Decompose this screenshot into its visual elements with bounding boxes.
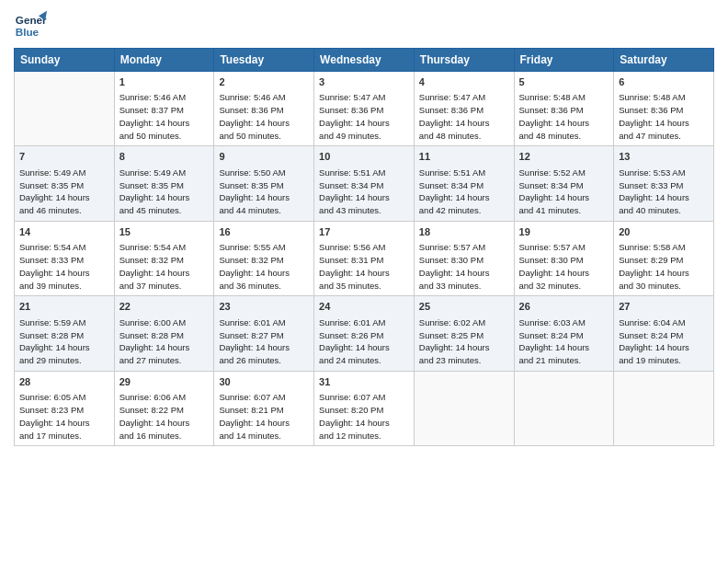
day-info: Sunrise: 5:46 AMSunset: 8:37 PMDaylight:… xyxy=(119,91,210,142)
calendar-cell: 11Sunrise: 5:51 AMSunset: 8:34 PMDayligh… xyxy=(414,146,514,221)
day-info: Sunrise: 5:47 AMSunset: 8:36 PMDaylight:… xyxy=(319,91,409,142)
day-info: Sunrise: 5:51 AMSunset: 8:34 PMDaylight:… xyxy=(319,167,409,217)
day-number: 4 xyxy=(419,75,509,89)
column-header-tuesday: Tuesday xyxy=(214,49,314,72)
calendar-cell: 12Sunrise: 5:52 AMSunset: 8:34 PMDayligh… xyxy=(514,146,614,221)
day-info: Sunrise: 5:57 AMSunset: 8:30 PMDaylight:… xyxy=(519,241,609,292)
day-number: 24 xyxy=(319,300,409,314)
svg-text:Blue: Blue xyxy=(16,26,40,38)
calendar-week-row: 7Sunrise: 5:49 AMSunset: 8:35 PMDaylight… xyxy=(15,146,714,221)
column-header-saturday: Saturday xyxy=(614,49,714,72)
day-info: Sunrise: 5:52 AMSunset: 8:34 PMDaylight:… xyxy=(519,167,609,217)
day-info: Sunrise: 5:57 AMSunset: 8:30 PMDaylight:… xyxy=(419,241,509,292)
column-header-friday: Friday xyxy=(514,49,614,72)
calendar-cell: 16Sunrise: 5:55 AMSunset: 8:32 PMDayligh… xyxy=(214,221,314,295)
calendar-cell: 7Sunrise: 5:49 AMSunset: 8:35 PMDaylight… xyxy=(15,146,115,221)
day-info: Sunrise: 5:49 AMSunset: 8:35 PMDaylight:… xyxy=(19,167,109,217)
logo: General Blue xyxy=(14,9,47,42)
calendar-cell: 28Sunrise: 6:05 AMSunset: 8:23 PMDayligh… xyxy=(15,371,115,445)
day-number: 5 xyxy=(519,75,609,89)
column-header-monday: Monday xyxy=(114,49,214,72)
day-number: 10 xyxy=(319,150,409,164)
day-info: Sunrise: 5:56 AMSunset: 8:31 PMDaylight:… xyxy=(319,241,409,292)
day-number: 20 xyxy=(619,225,709,239)
calendar-cell xyxy=(414,371,514,445)
calendar-cell: 2Sunrise: 5:46 AMSunset: 8:36 PMDaylight… xyxy=(214,72,314,146)
calendar-cell: 13Sunrise: 5:53 AMSunset: 8:33 PMDayligh… xyxy=(614,146,714,221)
calendar-cell: 22Sunrise: 6:00 AMSunset: 8:28 PMDayligh… xyxy=(114,296,214,371)
day-info: Sunrise: 6:06 AMSunset: 8:22 PMDaylight:… xyxy=(119,391,210,442)
column-header-thursday: Thursday xyxy=(414,49,514,72)
day-number: 3 xyxy=(319,75,409,89)
day-info: Sunrise: 5:55 AMSunset: 8:32 PMDaylight:… xyxy=(219,241,309,292)
day-number: 26 xyxy=(519,300,609,314)
calendar-cell: 10Sunrise: 5:51 AMSunset: 8:34 PMDayligh… xyxy=(314,146,415,221)
day-number: 22 xyxy=(119,300,210,314)
calendar-cell: 26Sunrise: 6:03 AMSunset: 8:24 PMDayligh… xyxy=(514,296,614,371)
calendar-cell: 19Sunrise: 5:57 AMSunset: 8:30 PMDayligh… xyxy=(514,221,614,295)
day-info: Sunrise: 6:00 AMSunset: 8:28 PMDaylight:… xyxy=(119,316,210,367)
day-number: 31 xyxy=(319,375,409,389)
day-number: 30 xyxy=(219,375,309,389)
calendar-cell xyxy=(614,371,714,445)
day-number: 28 xyxy=(19,375,109,389)
day-info: Sunrise: 5:50 AMSunset: 8:35 PMDaylight:… xyxy=(219,167,309,217)
day-info: Sunrise: 6:07 AMSunset: 8:21 PMDaylight:… xyxy=(219,391,309,442)
calendar-cell: 25Sunrise: 6:02 AMSunset: 8:25 PMDayligh… xyxy=(414,296,514,371)
day-info: Sunrise: 5:51 AMSunset: 8:34 PMDaylight:… xyxy=(419,167,509,217)
day-info: Sunrise: 6:01 AMSunset: 8:26 PMDaylight:… xyxy=(319,316,409,367)
calendar-cell: 1Sunrise: 5:46 AMSunset: 8:37 PMDaylight… xyxy=(114,72,214,146)
calendar-cell: 9Sunrise: 5:50 AMSunset: 8:35 PMDaylight… xyxy=(214,146,314,221)
day-number: 17 xyxy=(319,225,409,239)
calendar-week-row: 14Sunrise: 5:54 AMSunset: 8:33 PMDayligh… xyxy=(15,221,714,295)
day-number: 9 xyxy=(219,150,309,164)
day-info: Sunrise: 5:54 AMSunset: 8:33 PMDaylight:… xyxy=(19,241,109,292)
day-number: 18 xyxy=(419,225,509,239)
calendar-week-row: 28Sunrise: 6:05 AMSunset: 8:23 PMDayligh… xyxy=(15,371,714,445)
calendar-cell: 30Sunrise: 6:07 AMSunset: 8:21 PMDayligh… xyxy=(214,371,314,445)
day-info: Sunrise: 6:03 AMSunset: 8:24 PMDaylight:… xyxy=(519,316,609,367)
calendar-cell: 20Sunrise: 5:58 AMSunset: 8:29 PMDayligh… xyxy=(614,221,714,295)
calendar-week-row: 21Sunrise: 5:59 AMSunset: 8:28 PMDayligh… xyxy=(15,296,714,371)
day-info: Sunrise: 6:04 AMSunset: 8:24 PMDaylight:… xyxy=(619,316,709,367)
day-info: Sunrise: 6:02 AMSunset: 8:25 PMDaylight:… xyxy=(419,316,509,367)
calendar-cell: 21Sunrise: 5:59 AMSunset: 8:28 PMDayligh… xyxy=(15,296,115,371)
day-info: Sunrise: 5:48 AMSunset: 8:36 PMDaylight:… xyxy=(619,91,709,142)
day-info: Sunrise: 5:58 AMSunset: 8:29 PMDaylight:… xyxy=(619,241,709,292)
calendar-cell: 27Sunrise: 6:04 AMSunset: 8:24 PMDayligh… xyxy=(614,296,714,371)
calendar-cell xyxy=(15,72,115,146)
day-number: 11 xyxy=(419,150,509,164)
day-number: 23 xyxy=(219,300,309,314)
calendar-cell: 8Sunrise: 5:49 AMSunset: 8:35 PMDaylight… xyxy=(114,146,214,221)
calendar-cell: 14Sunrise: 5:54 AMSunset: 8:33 PMDayligh… xyxy=(15,221,115,295)
day-info: Sunrise: 5:54 AMSunset: 8:32 PMDaylight:… xyxy=(119,241,210,292)
day-info: Sunrise: 5:47 AMSunset: 8:36 PMDaylight:… xyxy=(419,91,509,142)
calendar-table: SundayMondayTuesdayWednesdayThursdayFrid… xyxy=(14,48,714,446)
day-number: 16 xyxy=(219,225,309,239)
logo-icon: General Blue xyxy=(14,9,47,42)
day-info: Sunrise: 5:46 AMSunset: 8:36 PMDaylight:… xyxy=(219,91,309,142)
day-number: 25 xyxy=(419,300,509,314)
day-number: 7 xyxy=(19,150,109,164)
day-number: 1 xyxy=(119,75,210,89)
day-number: 19 xyxy=(519,225,609,239)
calendar-cell: 23Sunrise: 6:01 AMSunset: 8:27 PMDayligh… xyxy=(214,296,314,371)
day-number: 27 xyxy=(619,300,709,314)
day-info: Sunrise: 5:49 AMSunset: 8:35 PMDaylight:… xyxy=(119,167,210,217)
day-number: 13 xyxy=(619,150,709,164)
day-info: Sunrise: 6:05 AMSunset: 8:23 PMDaylight:… xyxy=(19,391,109,442)
calendar-cell: 29Sunrise: 6:06 AMSunset: 8:22 PMDayligh… xyxy=(114,371,214,445)
day-number: 2 xyxy=(219,75,309,89)
day-number: 14 xyxy=(19,225,109,239)
calendar-cell: 24Sunrise: 6:01 AMSunset: 8:26 PMDayligh… xyxy=(314,296,415,371)
calendar-cell: 4Sunrise: 5:47 AMSunset: 8:36 PMDaylight… xyxy=(414,72,514,146)
day-info: Sunrise: 6:01 AMSunset: 8:27 PMDaylight:… xyxy=(219,316,309,367)
day-number: 8 xyxy=(119,150,210,164)
header: General Blue xyxy=(14,9,714,42)
day-number: 6 xyxy=(619,75,709,89)
day-info: Sunrise: 6:07 AMSunset: 8:20 PMDaylight:… xyxy=(319,391,409,442)
calendar-cell xyxy=(514,371,614,445)
calendar-cell: 5Sunrise: 5:48 AMSunset: 8:36 PMDaylight… xyxy=(514,72,614,146)
calendar-cell: 15Sunrise: 5:54 AMSunset: 8:32 PMDayligh… xyxy=(114,221,214,295)
day-number: 12 xyxy=(519,150,609,164)
